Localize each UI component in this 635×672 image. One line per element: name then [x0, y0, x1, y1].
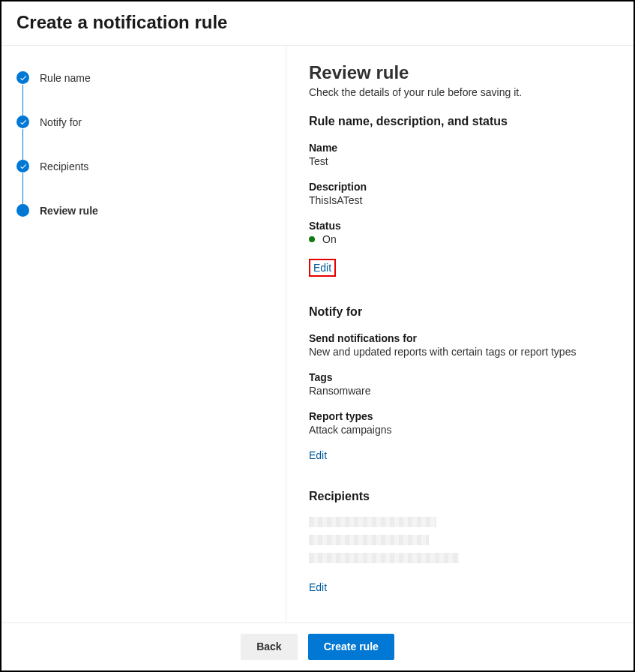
step-review-rule[interactable]: Review rule: [16, 204, 271, 217]
page-heading: Review rule: [309, 62, 613, 83]
name-value: Test: [309, 155, 613, 167]
step-connector: [22, 173, 23, 206]
send-value: New and updated reports with certain tag…: [309, 346, 613, 358]
send-label: Send notifications for: [309, 332, 613, 344]
dialog-header: Create a notification rule: [1, 2, 634, 46]
edit-recipients-section-link[interactable]: Edit: [309, 581, 327, 593]
checkmark-icon: [16, 71, 29, 84]
description-value: ThisIsATest: [309, 194, 613, 206]
status-value: On: [322, 233, 337, 245]
current-step-icon: [16, 204, 29, 217]
step-connector: [22, 85, 23, 117]
dialog-body: Rule name Notify for Recipients: [1, 46, 634, 622]
tags-value: Ransomware: [309, 385, 613, 397]
step-recipients[interactable]: Recipients: [16, 160, 271, 204]
step-label: Rule name: [40, 72, 91, 84]
dialog-footer: Back Create rule: [1, 622, 634, 670]
recipients-list-redacted: [309, 517, 613, 563]
section-heading-name: Rule name, description, and status: [309, 115, 613, 128]
section-heading-recipients: Recipients: [309, 490, 613, 503]
tags-label: Tags: [309, 371, 613, 383]
review-pane: Review rule Check the details of your ru…: [286, 46, 634, 622]
checkmark-icon: [16, 116, 29, 128]
create-rule-button[interactable]: Create rule: [308, 634, 394, 660]
stepper-pane: Rule name Notify for Recipients: [1, 46, 286, 622]
edit-name-section-link[interactable]: Edit: [313, 262, 331, 274]
redacted-recipient: [309, 535, 429, 545]
step-connector: [22, 129, 23, 161]
status-row: On: [309, 233, 613, 245]
page-subtitle: Check the details of your rule before sa…: [309, 86, 613, 98]
wizard-dialog: Create a notification rule Rule name No: [0, 0, 635, 672]
dialog-title: Create a notification rule: [16, 12, 619, 33]
types-value: Attack campaigns: [309, 424, 613, 436]
step-rule-name[interactable]: Rule name: [16, 71, 271, 116]
wizard-stepper: Rule name Notify for Recipients: [16, 71, 271, 217]
redacted-recipient: [309, 517, 436, 527]
section-heading-notify: Notify for: [309, 305, 613, 319]
edit-notify-section-link[interactable]: Edit: [309, 449, 327, 461]
checkmark-icon: [16, 160, 29, 172]
edit-highlight-box: Edit: [309, 259, 336, 277]
step-notify-for[interactable]: Notify for: [16, 116, 271, 160]
name-label: Name: [309, 142, 613, 154]
status-label: Status: [309, 220, 613, 232]
step-label: Notify for: [40, 116, 82, 128]
status-dot-icon: [309, 236, 315, 242]
step-label: Recipients: [40, 160, 88, 172]
description-label: Description: [309, 181, 613, 193]
types-label: Report types: [309, 410, 613, 422]
back-button[interactable]: Back: [241, 634, 297, 660]
redacted-recipient: [309, 553, 459, 563]
step-label: Review rule: [40, 205, 98, 217]
